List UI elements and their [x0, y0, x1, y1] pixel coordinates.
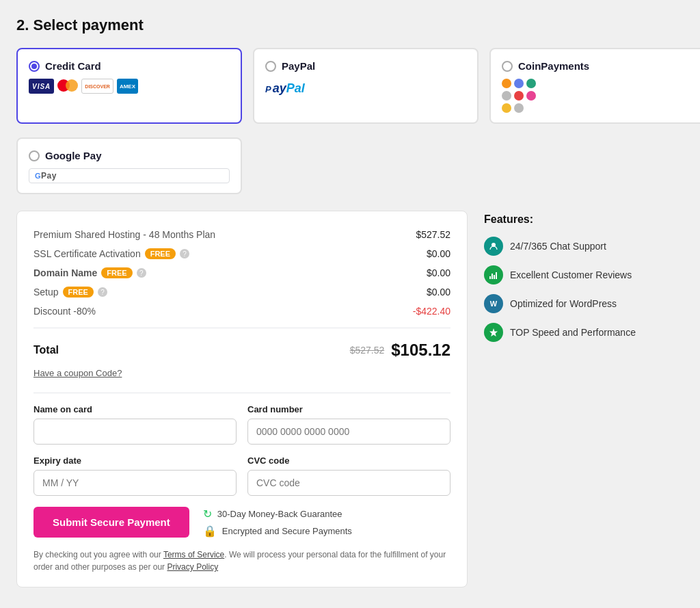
submit-button[interactable]: Submit Secure Payment [33, 507, 189, 538]
order-summary-panel: Premium Shared Hosting - 48 Months Plan … [16, 211, 468, 587]
form-top-row: Name on card Card number [33, 404, 450, 445]
wordpress-icon: W [484, 294, 503, 313]
total-original: $527.52 [350, 345, 385, 356]
paypal-logo: PayPal [265, 79, 466, 96]
order-item-hosting: Premium Shared Hosting - 48 Months Plan … [33, 225, 450, 244]
cvc-group: CVC code [247, 455, 450, 496]
gpay-icon: GPay [29, 168, 230, 183]
visa-icon: VISA [29, 79, 54, 94]
payment-methods-grid: Credit Card VISA DISCOVER AMEX PayPal Pa… [16, 48, 684, 124]
reviews-icon [484, 265, 503, 285]
chat-support-icon [484, 237, 503, 256]
name-on-card-label: Name on card [33, 404, 237, 414]
submit-section: Submit Secure Payment ↻ 30-Day Money-Bac… [33, 507, 450, 538]
setup-amount: $0.00 [427, 287, 450, 298]
discount-amount: -$422.40 [413, 306, 450, 317]
expiry-date-group: Expiry date [33, 455, 237, 496]
svg-rect-3 [494, 275, 495, 279]
svg-rect-4 [496, 272, 497, 279]
payment-method-coinpayments[interactable]: CoinPayments [489, 48, 700, 124]
coupon-link[interactable]: Have a coupon Code? [33, 368, 122, 378]
payment-method-google-pay[interactable]: Google Pay GPay [16, 137, 242, 194]
google-pay-row: Google Pay GPay [16, 137, 684, 194]
feature-chat-text: 24/7/365 Chat Support [510, 241, 606, 252]
coinpayments-label: CoinPayments [518, 60, 589, 72]
feature-wordpress-text: Optimized for WordPress [510, 298, 617, 309]
amex-icon: AMEX [117, 79, 138, 94]
credit-card-icons: VISA DISCOVER AMEX [29, 79, 230, 94]
features-title: Features: [484, 213, 684, 226]
ssl-label-text: SSL Certificate Activation [33, 248, 141, 259]
hosting-amount: $527.52 [416, 229, 450, 240]
domain-free-badge: FREE [101, 267, 132, 278]
main-content: Premium Shared Hosting - 48 Months Plan … [16, 211, 684, 587]
radio-paypal[interactable] [265, 61, 276, 72]
paypal-label: PayPal [282, 60, 315, 72]
order-item-domain: Domain Name FREE ? $0.00 [33, 263, 450, 282]
svg-rect-1 [489, 276, 491, 279]
name-on-card-input[interactable] [33, 419, 237, 445]
star-icon [484, 323, 503, 342]
payment-method-credit-card[interactable]: Credit Card VISA DISCOVER AMEX [16, 48, 242, 124]
features-panel: Features: 24/7/365 Chat Support Excellen… [484, 211, 684, 587]
order-divider [33, 328, 450, 328]
total-amount-container: $527.52 $105.12 [350, 341, 450, 360]
feature-reviews-text: Excellent Customer Reviews [510, 269, 632, 280]
google-pay-label: Google Pay [45, 150, 102, 161]
lock-icon: 🔒 [203, 525, 217, 538]
hosting-label-text: Premium Shared Hosting - 48 Months Plan [33, 229, 215, 240]
card-number-group: Card number [247, 404, 450, 445]
trust-badge-moneyback: ↻ 30-Day Money-Back Guarantee [203, 507, 352, 520]
ssl-free-badge: FREE [145, 248, 176, 259]
order-item-hosting-label: Premium Shared Hosting - 48 Months Plan [33, 229, 215, 240]
feature-item-speed: TOP Speed and Performance [484, 323, 684, 342]
form-bottom-row: Expiry date CVC code [33, 455, 450, 496]
terms-prefix: By checking out you agree with our [33, 550, 163, 559]
name-on-card-group: Name on card [33, 404, 237, 445]
feature-item-reviews: Excellent Customer Reviews [484, 265, 684, 285]
radio-google-pay[interactable] [29, 150, 40, 161]
discount-label: Discount -80% [33, 306, 96, 317]
order-item-ssl: SSL Certificate Activation FREE ? $0.00 [33, 244, 450, 263]
terms-text: By checking out you agree with our Terms… [33, 548, 450, 573]
total-label: Total [33, 344, 59, 356]
feature-item-wordpress: W Optimized for WordPress [484, 294, 684, 313]
domain-label: Domain Name FREE ? [33, 267, 146, 278]
cvc-label: CVC code [247, 455, 450, 466]
page-title: 2. Select payment [16, 16, 684, 34]
discover-icon: DISCOVER [81, 79, 113, 94]
mastercard-icon [57, 79, 78, 93]
setup-label-text: Setup [33, 287, 59, 298]
coinpayments-icons [502, 79, 543, 113]
ssl-info-icon[interactable]: ? [180, 249, 189, 259]
ssl-label: SSL Certificate Activation FREE ? [33, 248, 189, 259]
total-final: $105.12 [391, 341, 450, 360]
radio-coinpayments[interactable] [502, 61, 513, 72]
moneyback-icon: ↻ [203, 507, 212, 520]
domain-label-text: Domain Name [33, 267, 97, 278]
svg-marker-5 [489, 328, 498, 336]
svg-rect-2 [492, 274, 493, 279]
setup-free-badge: FREE [63, 287, 94, 298]
trust1-text: 30-Day Money-Back Guarantee [217, 509, 342, 519]
terms-of-service-link[interactable]: Terms of Service [163, 550, 224, 559]
total-row: Total $527.52 $105.12 [33, 335, 450, 365]
expiry-date-label: Expiry date [33, 455, 237, 466]
feature-speed-text: TOP Speed and Performance [510, 327, 636, 338]
expiry-date-input[interactable] [33, 470, 237, 496]
card-number-label: Card number [247, 404, 450, 414]
payment-method-paypal[interactable]: PayPal PayPal [253, 48, 479, 124]
feature-item-chat: 24/7/365 Chat Support [484, 237, 684, 256]
ssl-amount: $0.00 [427, 248, 450, 259]
setup-info-icon[interactable]: ? [98, 287, 107, 297]
privacy-policy-link[interactable]: Privacy Policy [167, 562, 218, 572]
radio-credit-card[interactable] [29, 61, 40, 72]
card-number-input[interactable] [247, 419, 450, 445]
domain-amount: $0.00 [427, 267, 450, 278]
card-form: Name on card Card number Expiry date CVC… [33, 393, 450, 573]
credit-card-label: Credit Card [45, 60, 101, 72]
cvc-input[interactable] [247, 470, 450, 496]
trust2-text: Encrypted and Secure Payments [222, 526, 352, 536]
domain-info-icon[interactable]: ? [137, 268, 146, 278]
order-item-discount: Discount -80% -$422.40 [33, 302, 450, 321]
